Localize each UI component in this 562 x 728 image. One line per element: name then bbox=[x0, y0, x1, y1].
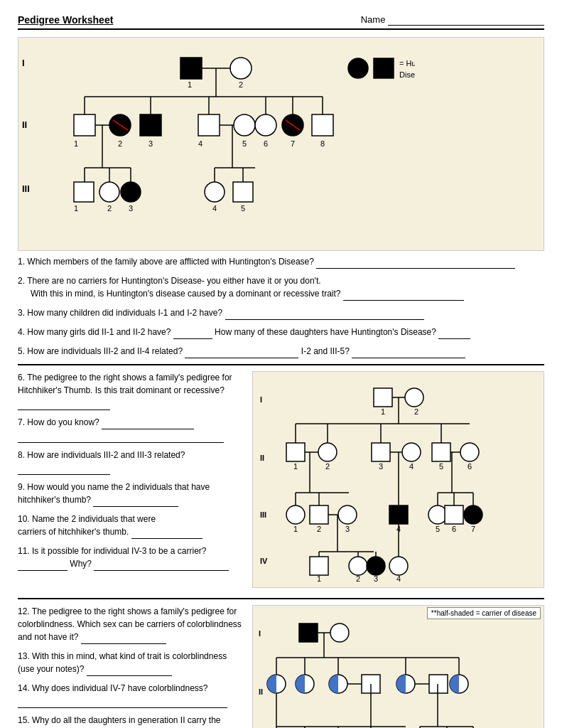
svg-text:1: 1 bbox=[317, 574, 321, 582]
section-divider-1 bbox=[18, 364, 544, 365]
svg-text:5: 5 bbox=[241, 204, 245, 213]
svg-rect-19 bbox=[140, 114, 161, 136]
name-input-line[interactable] bbox=[388, 14, 544, 26]
question-13: 13. With this in mind, what kind of trai… bbox=[18, 650, 245, 676]
svg-text:4: 4 bbox=[212, 204, 217, 213]
svg-point-132 bbox=[330, 623, 349, 642]
question-15: 15. Why do all the daughters in generati… bbox=[18, 714, 245, 728]
questions-part1: 1. Which members of the family above are… bbox=[18, 255, 544, 358]
svg-rect-115 bbox=[310, 557, 328, 575]
svg-point-104 bbox=[428, 505, 447, 524]
svg-rect-12 bbox=[74, 114, 95, 136]
answer-line-13[interactable] bbox=[87, 663, 172, 676]
svg-rect-54 bbox=[233, 182, 253, 202]
svg-text:= Huntington's: = Huntington's bbox=[399, 59, 415, 68]
svg-text:3: 3 bbox=[345, 525, 350, 533]
svg-text:2: 2 bbox=[118, 139, 122, 148]
answer-line-4a[interactable] bbox=[173, 326, 212, 339]
answer-line-11a[interactable] bbox=[18, 557, 67, 571]
pedigree-chart-2: I II III IV 1 2 bbox=[256, 375, 491, 582]
svg-rect-22 bbox=[198, 114, 220, 136]
svg-point-71 bbox=[318, 443, 337, 461]
answer-line-11b[interactable] bbox=[94, 557, 229, 571]
svg-text:4: 4 bbox=[396, 574, 401, 582]
answer-line-14[interactable] bbox=[18, 695, 227, 708]
svg-point-43 bbox=[99, 182, 119, 202]
svg-point-118 bbox=[349, 557, 367, 575]
svg-rect-60 bbox=[374, 388, 392, 407]
page-title: Pedigree Worksheet bbox=[18, 14, 113, 26]
gen-label-I: I bbox=[22, 58, 25, 68]
page-header: Pedigree Worksheet Name bbox=[18, 14, 544, 30]
section3-pedigree: **half-shaded = carrier of disease I II … bbox=[252, 605, 544, 728]
answer-line-5b[interactable] bbox=[352, 345, 465, 358]
svg-text:4: 4 bbox=[198, 139, 202, 148]
svg-text:2: 2 bbox=[107, 204, 112, 213]
svg-point-78 bbox=[402, 443, 421, 461]
svg-text:5: 5 bbox=[439, 462, 443, 471]
section2-questions: 6. The pedigree to the right shows a fam… bbox=[18, 371, 245, 592]
svg-text:II: II bbox=[260, 454, 264, 462]
section2-pedigree: I II III IV 1 2 bbox=[252, 371, 544, 592]
pedigree-chart-1: 1 2 = Huntington's Disease 1 2 3 bbox=[45, 43, 415, 242]
svg-rect-107 bbox=[445, 505, 463, 524]
svg-text:2: 2 bbox=[239, 80, 243, 89]
svg-rect-75 bbox=[372, 443, 390, 461]
svg-point-63 bbox=[405, 388, 423, 407]
answer-line-2[interactable] bbox=[343, 287, 464, 301]
svg-point-84 bbox=[460, 443, 479, 461]
question-7: 7. How do you know? bbox=[18, 416, 245, 443]
gen-label-II: II bbox=[22, 119, 27, 130]
svg-point-51 bbox=[205, 182, 225, 202]
svg-rect-8 bbox=[374, 58, 394, 78]
question-4: 4. How many girls did II-1 and II-2 have… bbox=[18, 326, 544, 339]
question-14: 14. Why does individual IV-7 have colorb… bbox=[18, 682, 245, 708]
answer-line-9[interactable] bbox=[93, 493, 178, 507]
question-8: 8. How are individuals III-2 and III-3 r… bbox=[18, 449, 245, 475]
svg-point-110 bbox=[464, 505, 482, 524]
svg-text:3: 3 bbox=[379, 462, 383, 471]
question-5: 5. How are individuals III-2 and II-4 re… bbox=[18, 345, 544, 358]
svg-rect-146 bbox=[429, 675, 448, 693]
svg-text:6: 6 bbox=[452, 525, 456, 533]
svg-point-25 bbox=[234, 114, 255, 136]
svg-text:3: 3 bbox=[374, 574, 378, 582]
question-1: 1. Which members of the family above are… bbox=[18, 255, 544, 269]
answer-line-10[interactable] bbox=[131, 525, 202, 539]
half-shade-note: **half-shaded = carrier of disease bbox=[427, 607, 541, 619]
svg-text:1: 1 bbox=[293, 462, 298, 471]
name-field-label: Name bbox=[361, 14, 544, 26]
svg-point-3 bbox=[230, 58, 252, 79]
answer-line-7b[interactable] bbox=[18, 429, 224, 443]
section1-pedigree: I II III 1 2 = Huntington's Disease 1 2 bbox=[18, 37, 544, 251]
pedigree-chart-3: I II III IV bbox=[256, 609, 491, 728]
answer-line-3[interactable] bbox=[225, 306, 424, 320]
svg-point-7 bbox=[348, 58, 368, 78]
svg-text:2: 2 bbox=[356, 574, 360, 582]
question-11: 11. Is it possible for individual IV-3 t… bbox=[18, 545, 245, 571]
answer-line-5a[interactable] bbox=[185, 345, 298, 358]
answer-line-6[interactable] bbox=[18, 397, 110, 410]
svg-rect-81 bbox=[432, 443, 450, 461]
answer-line-7a[interactable] bbox=[102, 416, 194, 429]
svg-text:IV: IV bbox=[260, 557, 268, 565]
svg-rect-68 bbox=[286, 443, 305, 461]
svg-point-95 bbox=[338, 505, 357, 524]
answer-line-12[interactable] bbox=[81, 631, 166, 644]
answer-line-1[interactable] bbox=[316, 255, 515, 269]
svg-rect-99 bbox=[389, 505, 408, 524]
gen-label-III: III bbox=[22, 183, 30, 194]
question-9: 9. How would you name the 2 individuals … bbox=[18, 481, 245, 507]
svg-text:6: 6 bbox=[264, 139, 268, 148]
answer-line-4b[interactable] bbox=[438, 326, 470, 339]
svg-text:I: I bbox=[260, 395, 262, 404]
question-3: 3. How many children did individuals I-1… bbox=[18, 306, 544, 320]
svg-text:6: 6 bbox=[468, 462, 472, 471]
answer-line-8[interactable] bbox=[18, 461, 110, 475]
svg-text:2: 2 bbox=[325, 462, 330, 471]
svg-text:1: 1 bbox=[74, 139, 78, 148]
svg-text:II: II bbox=[259, 687, 263, 696]
section3-questions: 12. The pedigree to the right shows a fa… bbox=[18, 605, 245, 728]
svg-rect-35 bbox=[312, 114, 333, 136]
svg-text:1: 1 bbox=[74, 204, 78, 213]
